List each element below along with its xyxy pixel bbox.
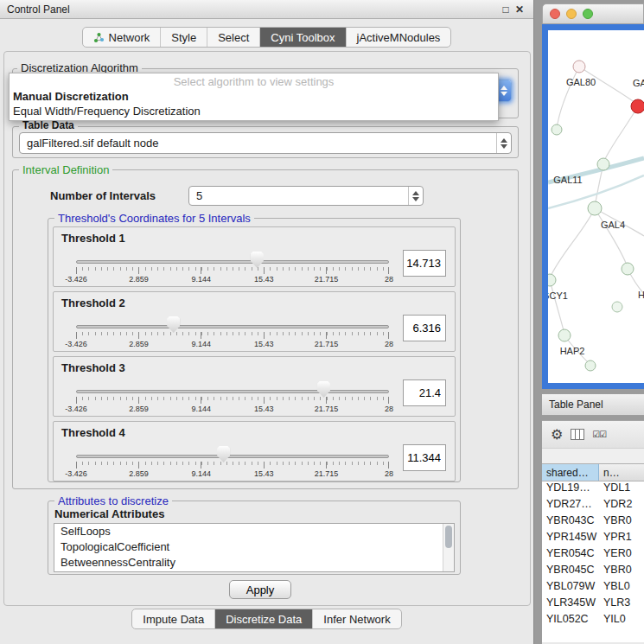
tab-discretize-data[interactable]: Discretize Data bbox=[215, 609, 313, 628]
interval-definition-group-label: Interval Definition bbox=[19, 163, 112, 176]
control-panel-titlebar: Control Panel □ ✕ bbox=[0, 0, 533, 19]
table-row[interactable]: YBR043C YBR0 bbox=[542, 514, 644, 531]
cell-shared-name: YDR27… bbox=[542, 498, 599, 514]
slider-thumb[interactable] bbox=[251, 252, 264, 268]
table-data-combobox[interactable]: galFiltered.sif default node bbox=[19, 132, 512, 154]
table-row[interactable]: YDR27… YDR2 bbox=[542, 498, 644, 514]
slider-major-ticks bbox=[76, 462, 389, 469]
bottom-tabbar: Impute Data Discretize Data Infer Networ… bbox=[0, 609, 533, 629]
threshold-2-slider[interactable]: -3.426 2.859 9.144 15.43 21.715 28 bbox=[76, 313, 389, 349]
top-tabbar: Network Style Select Cyni Toolbox jActiv… bbox=[0, 27, 533, 48]
table-row[interactable]: YBR045C YBR0 bbox=[542, 564, 644, 580]
threshold-1-value-field[interactable] bbox=[403, 250, 446, 277]
scale-label: -3.426 bbox=[65, 469, 87, 478]
threshold-4-slider[interactable]: -3.426 2.859 9.144 15.43 21.715 28 bbox=[76, 443, 389, 479]
network-node-gal4[interactable] bbox=[588, 201, 602, 215]
scale-label: -3.426 bbox=[65, 340, 87, 348]
tab-cyni-toolbox[interactable]: Cyni Toolbox bbox=[260, 28, 346, 47]
select-columns-icon[interactable]: ☑☑ bbox=[592, 430, 606, 439]
scale-label: 21.715 bbox=[315, 275, 339, 284]
traffic-light-close[interactable] bbox=[550, 9, 560, 19]
tab-infer-network[interactable]: Infer Network bbox=[313, 609, 400, 628]
slider-thumb[interactable] bbox=[167, 316, 180, 333]
slider-thumb[interactable] bbox=[217, 446, 230, 462]
threshold-3-panel: Threshold 3 -3.426 2.859 9.144 15.43 21.… bbox=[53, 356, 456, 417]
slider-major-ticks bbox=[76, 267, 389, 274]
network-node[interactable] bbox=[585, 360, 596, 371]
list-scrollbar-thumb[interactable] bbox=[445, 526, 452, 548]
cell-name: YIL0 bbox=[599, 613, 644, 629]
list-scrollbar[interactable] bbox=[443, 524, 454, 571]
threshold-3-slider[interactable]: -3.426 2.859 9.144 15.43 21.715 28 bbox=[76, 378, 389, 414]
column-header-shared-name[interactable]: shared… bbox=[542, 464, 599, 481]
threshold-2-label: Threshold 2 bbox=[61, 296, 125, 309]
list-item[interactable]: TopologicalCoefficient bbox=[54, 539, 454, 555]
list-item[interactable]: BetweennessCentrality bbox=[54, 555, 454, 571]
cell-name: YDR2 bbox=[599, 498, 644, 514]
apply-button[interactable]: Apply bbox=[229, 580, 291, 599]
tab-style[interactable]: Style bbox=[161, 28, 207, 47]
table-row[interactable]: YDL19… YDL1 bbox=[542, 481, 644, 498]
tab-jactivemodules[interactable]: jActiveMNodules bbox=[347, 28, 451, 47]
traffic-light-minimize[interactable] bbox=[566, 9, 577, 19]
table-row[interactable]: YLR345W YLR3 bbox=[542, 596, 644, 613]
slider-thumb[interactable] bbox=[317, 381, 330, 398]
network-canvas[interactable]: GAL80 GA GAL11 GAL4 GCY1 H HAP2 bbox=[548, 30, 644, 383]
node-label-gcy1: GCY1 bbox=[548, 290, 568, 301]
dropdown-option-manual[interactable]: Manual Discretization bbox=[10, 89, 498, 104]
table-row[interactable]: YER054C YER0 bbox=[542, 547, 644, 564]
scale-label: 28 bbox=[385, 340, 393, 348]
tab-style-label: Style bbox=[171, 31, 196, 44]
network-node[interactable] bbox=[552, 124, 562, 135]
num-intervals-combobox[interactable]: 5 bbox=[188, 186, 424, 206]
threshold-2-value-field[interactable] bbox=[403, 315, 446, 341]
slider-track[interactable] bbox=[76, 325, 389, 328]
table-row[interactable]: YBL079W YBL0 bbox=[542, 580, 644, 596]
slider-track[interactable] bbox=[76, 455, 389, 458]
dropdown-option-equal-width[interactable]: Equal Width/Frequency Discretization bbox=[10, 104, 498, 118]
network-node-hap2[interactable] bbox=[558, 329, 571, 341]
slider-track[interactable] bbox=[76, 390, 389, 393]
tab-network[interactable]: Network bbox=[83, 28, 162, 47]
slider-track[interactable] bbox=[76, 260, 389, 264]
network-node-selected-red[interactable] bbox=[631, 99, 644, 113]
slider-scale: -3.426 2.859 9.144 15.43 21.715 28 bbox=[76, 469, 389, 479]
threshold-4-panel: Threshold 4 -3.426 2.859 9.144 15.43 21.… bbox=[53, 421, 456, 481]
float-window-icon[interactable]: □ bbox=[499, 3, 513, 16]
slider-major-ticks bbox=[76, 397, 389, 404]
tab-jactivemodules-label: jActiveMNodules bbox=[357, 31, 441, 44]
table-row[interactable]: YIL052C YIL0 bbox=[542, 613, 644, 629]
list-item[interactable]: SelfLoops bbox=[54, 524, 454, 539]
combo-stepper[interactable] bbox=[496, 133, 511, 153]
scale-label: 2.859 bbox=[129, 340, 149, 348]
network-node[interactable] bbox=[622, 263, 634, 275]
cell-name: YBR0 bbox=[599, 564, 644, 580]
network-node[interactable] bbox=[612, 302, 622, 312]
close-icon[interactable]: ✕ bbox=[513, 3, 526, 16]
threshold-4-value-field[interactable] bbox=[403, 444, 446, 471]
threshold-3-value-field[interactable] bbox=[403, 379, 446, 406]
tab-select[interactable]: Select bbox=[207, 28, 260, 47]
threshold-1-slider[interactable]: -3.426 2.859 9.144 15.43 21.715 28 bbox=[76, 248, 389, 284]
column-header-name[interactable]: n… bbox=[599, 464, 644, 481]
table-data-group-label: Table Data bbox=[19, 119, 78, 131]
window-title: Control Panel bbox=[7, 3, 499, 16]
table-data-combobox-value: galFiltered.sif default node bbox=[20, 137, 496, 150]
network-node-gcy1[interactable] bbox=[548, 274, 556, 286]
arrow-down-icon bbox=[501, 144, 507, 149]
gear-icon[interactable]: ⚙ bbox=[551, 428, 563, 442]
scale-label: -3.426 bbox=[65, 275, 87, 284]
network-graph: GAL80 GA GAL11 GAL4 GCY1 H HAP2 bbox=[548, 30, 644, 383]
tab-network-label: Network bbox=[109, 31, 150, 44]
table-row[interactable]: YPR145W YPR1 bbox=[542, 531, 644, 547]
tab-impute-data[interactable]: Impute Data bbox=[132, 609, 215, 628]
scale-label: 15.43 bbox=[254, 340, 274, 348]
combo-stepper[interactable] bbox=[408, 187, 423, 205]
columns-icon[interactable] bbox=[571, 429, 584, 440]
network-node-gal11[interactable] bbox=[597, 158, 609, 170]
scale-label: 28 bbox=[385, 275, 393, 284]
traffic-light-zoom[interactable] bbox=[583, 9, 593, 19]
node-label-cut: GA bbox=[633, 78, 644, 88]
network-node-gal80[interactable] bbox=[573, 61, 585, 73]
threshold-4-label: Threshold 4 bbox=[61, 426, 125, 439]
